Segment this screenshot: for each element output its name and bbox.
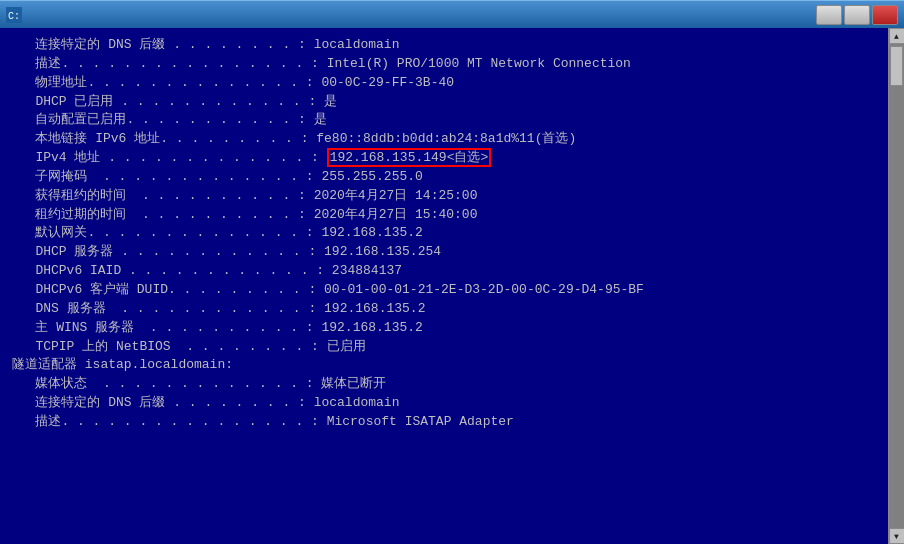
cmd-icon: C: [6, 7, 22, 23]
console-line: 获得租约的时间 . . . . . . . . . . : 2020年4月27日… [12, 187, 876, 206]
console-line: DHCP 服务器 . . . . . . . . . . . . : 192.1… [12, 243, 876, 262]
title-bar-buttons [816, 5, 898, 25]
maximize-button[interactable] [844, 5, 870, 25]
console-line: 本地链接 IPv6 地址. . . . . . . . . : fe80::8d… [12, 130, 876, 149]
console-line: 默认网关. . . . . . . . . . . . . . : 192.16… [12, 224, 876, 243]
title-bar: C: [0, 0, 904, 28]
console-line: DHCPv6 客户端 DUID. . . . . . . . . : 00-01… [12, 281, 876, 300]
scroll-down-button[interactable]: ▼ [889, 528, 905, 544]
svg-text:C:: C: [8, 11, 20, 22]
console-line: DHCPv6 IAID . . . . . . . . . . . . : 23… [12, 262, 876, 281]
console-line: 租约过期的时间 . . . . . . . . . . : 2020年4月27日… [12, 206, 876, 225]
scrollbar-track[interactable] [889, 44, 904, 528]
console-line: 自动配置已启用. . . . . . . . . . . : 是 [12, 111, 876, 130]
console-output[interactable]: 连接特定的 DNS 后缀 . . . . . . . . : localdoma… [0, 28, 888, 544]
console-line: 主 WINS 服务器 . . . . . . . . . . : 192.168… [12, 319, 876, 338]
close-button[interactable] [872, 5, 898, 25]
console-line: 描述. . . . . . . . . . . . . . . . : Micr… [12, 413, 876, 432]
console-line: DNS 服务器 . . . . . . . . . . . . : 192.16… [12, 300, 876, 319]
scrollbar[interactable]: ▲ ▼ [888, 28, 904, 544]
console-line: 子网掩码 . . . . . . . . . . . . . : 255.255… [12, 168, 876, 187]
console-wrapper: 连接特定的 DNS 后缀 . . . . . . . . : localdoma… [0, 28, 904, 544]
ipv4-address-highlight: 192.168.135.149<自选> [327, 148, 492, 167]
minimize-button[interactable] [816, 5, 842, 25]
console-line: TCPIP 上的 NetBIOS . . . . . . . . : 已启用 [12, 338, 876, 357]
console-line: 描述. . . . . . . . . . . . . . . . : Inte… [12, 55, 876, 74]
console-line: 媒体状态 . . . . . . . . . . . . . : 媒体已断开 [12, 375, 876, 394]
console-line: 连接特定的 DNS 后缀 . . . . . . . . : localdoma… [12, 394, 876, 413]
scrollbar-thumb[interactable] [890, 46, 903, 86]
console-line: 隧道适配器 isatap.localdomain: [12, 356, 876, 375]
scroll-up-button[interactable]: ▲ [889, 28, 905, 44]
console-line: 连接特定的 DNS 后缀 . . . . . . . . : localdoma… [12, 36, 876, 55]
console-line: IPv4 地址 . . . . . . . . . . . . . : 192.… [12, 149, 876, 168]
console-line: 物理地址. . . . . . . . . . . . . . : 00-0C-… [12, 74, 876, 93]
console-line: DHCP 已启用 . . . . . . . . . . . . : 是 [12, 93, 876, 112]
